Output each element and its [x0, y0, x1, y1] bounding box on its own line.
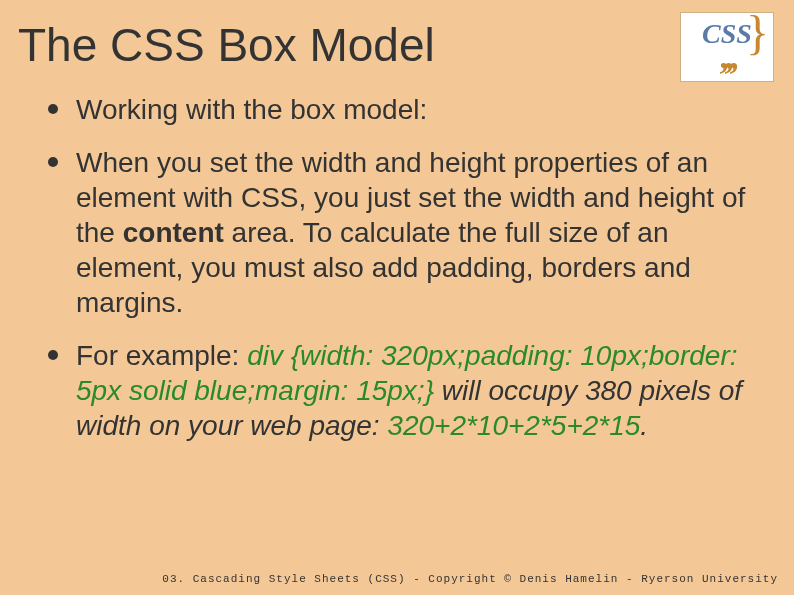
list-item: When you set the width and height proper… [48, 145, 770, 320]
bold-content-word: content [123, 217, 224, 248]
list-item: For example: div {width: 320px;padding: … [48, 338, 770, 443]
bullet-icon [48, 104, 58, 114]
bullet-text-0: Working with the box model: [76, 92, 427, 127]
css-logo-inner: CSS } ,,, [702, 21, 752, 73]
text-span: For example: [76, 340, 247, 371]
bullet-icon [48, 350, 58, 360]
bullet-text-1: When you set the width and height proper… [76, 145, 770, 320]
slide-footer: 03. Cascading Style Sheets (CSS) - Copyr… [162, 573, 778, 585]
calculation: 320+2*10+2*5+2*15 [387, 410, 640, 441]
bullet-icon [48, 157, 58, 167]
bullet-text-2: For example: div {width: 320px;padding: … [76, 338, 770, 443]
text-span: . [640, 410, 648, 441]
slide-content: Working with the box model: When you set… [0, 72, 794, 443]
css-logo: CSS } ,,, [680, 12, 774, 82]
slide-title: The CSS Box Model [0, 0, 794, 72]
list-item: Working with the box model: [48, 92, 770, 127]
logo-brace-icon: } [746, 11, 769, 54]
